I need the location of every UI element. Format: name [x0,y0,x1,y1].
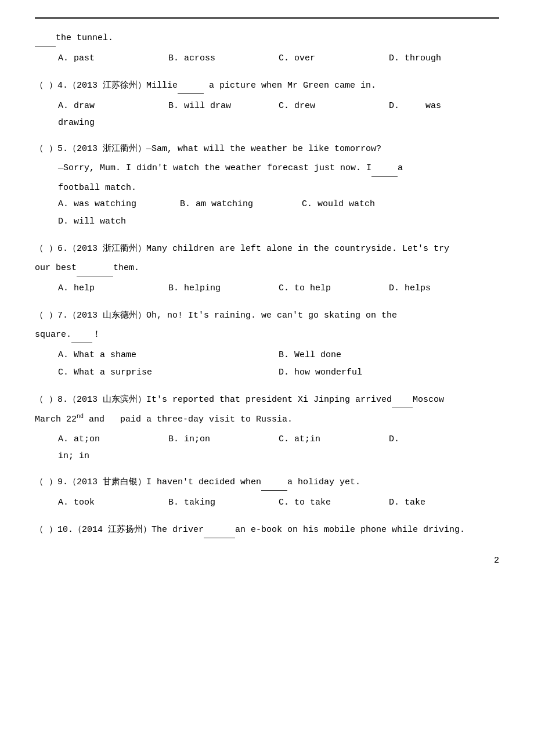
question-6: （ ）6.（2013 浙江衢州）Many children are left a… [35,241,499,297]
question-4: （ ）4.（2013 江苏徐州）Millie a picture when Mr… [35,78,499,131]
top-divider [35,17,499,19]
page-number: 2 [35,556,499,566]
option-c: C. over [279,50,389,67]
options-row-8: A. at;on B. in;on C. at;in D. [58,431,499,448]
option-8d: D. [389,431,499,448]
option-6c: C. to help [279,280,389,297]
option-9d: D. take [389,494,499,512]
option-7a: A. What a shame [58,347,279,364]
blank [77,260,113,276]
option-5d: D. will watch [58,213,180,231]
question-8-stem: （ ）8.（2013 山东滨州）It's reported that presi… [35,392,499,408]
option-5a: A. was watching [58,196,180,213]
question-8-stem2: March 22nd and paid a three-day visit to… [35,412,499,427]
question-7: （ ）7.（2013 山东德州）Oh, no! It's raining. we… [35,308,499,381]
option-d: D. through [389,50,499,67]
question-10: （ ）10.（2014 江苏扬州）The driver an e-book on… [35,522,499,538]
option-4b: B. will draw [168,98,279,115]
question-6-stem2: our best them. [35,260,499,276]
blank [371,160,398,177]
option-8b: B. in;on [168,431,279,448]
question-5-stem: （ ）5.（2013 浙江衢州）—Sam, what will the weat… [35,141,499,157]
blank [71,327,92,343]
options-row-6: A. help B. helping C. to help D. helps [58,280,499,297]
option-4a: A. draw [58,98,168,115]
question-8: （ ）8.（2013 山东滨州）It's reported that presi… [35,392,499,464]
option-7d: D. how wonderful [279,364,499,381]
option-7c: C. What a surprise [58,364,279,381]
question-10-stem: （ ）10.（2014 江苏扬州）The driver an e-book on… [35,522,499,538]
question-7-stem2: square. ！ [35,327,499,343]
option-9a: A. took [58,494,168,512]
question-intro: the tunnel. A. past B. across C. over D.… [35,30,499,67]
option-4d: D. was [389,98,499,115]
blank [35,30,56,46]
option-5b: B. am watching [180,196,302,213]
option-4c: C. drew [279,98,389,115]
options-row-5: A. was watching B. am watching C. would … [58,196,499,231]
blank [392,392,413,408]
question-9-stem: （ ）9.（2013 甘肃白银）I haven't decided when a… [35,474,499,491]
option-9c: C. to take [279,494,389,512]
question-7-stem: （ ）7.（2013 山东德州）Oh, no! It's raining. we… [35,308,499,323]
blank [178,78,204,94]
option-b: B. across [168,50,279,67]
option-8c: C. at;in [279,431,389,448]
question-9: （ ）9.（2013 甘肃白银）I haven't decided when a… [35,474,499,512]
option-8a: A. at;on [58,431,168,448]
question-4-continuation: drawing [58,115,499,131]
option-6d: D. helps [389,280,499,297]
question-5-stem2: —Sorry, Mum. I didn't watch the weather … [58,160,499,177]
options-row-7: A. What a shame B. Well done C. What a s… [58,347,499,381]
option-6b: B. helping [168,280,279,297]
question-intro-stem: the tunnel. [35,30,499,46]
question-8-continuation: in; in [58,448,499,464]
options-row-9: A. took B. taking C. to take D. take [58,494,499,512]
option-7b: B. Well done [279,347,499,364]
question-5: （ ）5.（2013 浙江衢州）—Sam, what will the weat… [35,141,499,231]
option-6a: A. help [58,280,168,297]
options-row-4: A. draw B. will draw C. drew D. was [58,98,499,115]
option-9b: B. taking [168,494,279,512]
option-a: A. past [58,50,168,67]
question-6-stem: （ ）6.（2013 浙江衢州）Many children are left a… [35,241,499,257]
blank [204,522,235,538]
question-4-stem: （ ）4.（2013 江苏徐州）Millie a picture when Mr… [35,78,499,94]
options-row: A. past B. across C. over D. through [58,50,499,67]
question-5-continuation: football match. [58,180,499,196]
option-5c: C. would watch [302,196,424,213]
blank [261,474,287,491]
